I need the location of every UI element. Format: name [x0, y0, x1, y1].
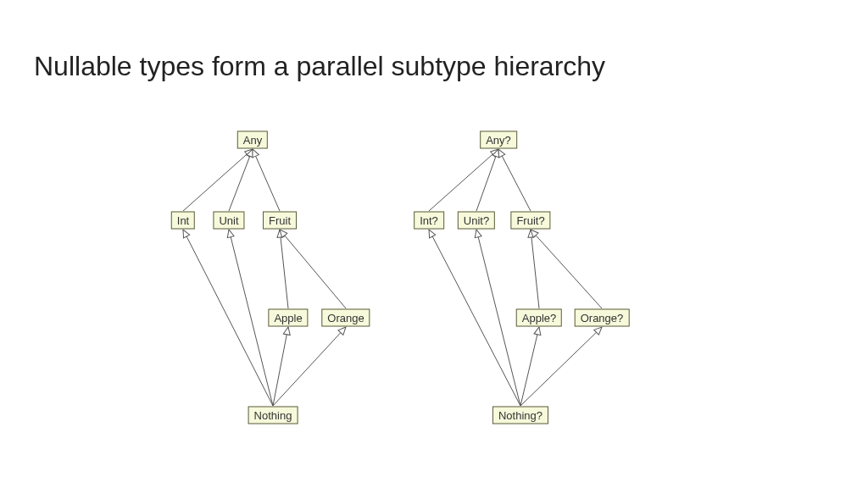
edge-non-nullable-nothing-to-orange	[273, 327, 346, 406]
edge-non-nullable-unit-to-any	[229, 149, 253, 211]
type-node-non-nullable-apple: Apple	[268, 309, 308, 327]
type-node-nullable-nothing: Nothing?	[492, 407, 548, 424]
edge-non-nullable-int-to-any	[183, 149, 253, 211]
edge-nullable-nothing-to-unit	[476, 230, 520, 406]
type-node-nullable-fruit: Fruit?	[510, 212, 550, 230]
type-node-non-nullable-unit: Unit	[213, 212, 244, 230]
edge-nullable-apple-to-fruit	[531, 230, 539, 308]
edge-nullable-orange-to-fruit	[531, 230, 602, 308]
type-node-non-nullable-int: Int	[171, 212, 195, 230]
edge-nullable-fruit-to-any	[498, 149, 531, 211]
edge-non-nullable-nothing-to-apple	[273, 327, 288, 406]
type-node-nullable-unit: Unit?	[458, 212, 495, 230]
type-node-non-nullable-orange: Orange	[321, 309, 370, 327]
edge-non-nullable-fruit-to-any	[253, 149, 280, 211]
edge-non-nullable-orange-to-fruit	[280, 230, 346, 308]
edge-nullable-nothing-to-int	[429, 230, 520, 406]
type-node-non-nullable-nothing: Nothing	[248, 407, 298, 424]
type-node-non-nullable-any: Any	[237, 131, 268, 149]
edge-non-nullable-apple-to-fruit	[280, 230, 288, 308]
edge-non-nullable-nothing-to-int	[183, 230, 273, 406]
edge-nullable-int-to-any	[429, 149, 498, 211]
type-node-non-nullable-fruit: Fruit	[263, 212, 297, 230]
edge-non-nullable-nothing-to-unit	[229, 230, 273, 406]
type-node-nullable-any: Any?	[480, 131, 517, 149]
type-node-nullable-orange: Orange?	[575, 309, 630, 327]
edges-layer	[0, 0, 868, 488]
type-node-nullable-int: Int?	[414, 212, 444, 230]
diagram-canvas: AnyIntUnitFruitAppleOrangeNothingAny?Int…	[0, 0, 868, 488]
edge-nullable-nothing-to-orange	[520, 327, 602, 406]
edge-nullable-nothing-to-apple	[520, 327, 539, 406]
type-node-nullable-apple: Apple?	[516, 309, 562, 327]
